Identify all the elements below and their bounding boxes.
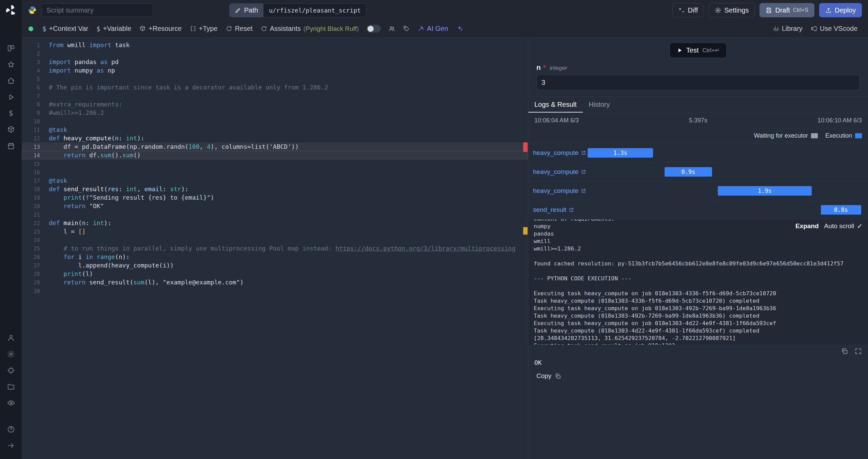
code-line[interactable]: 16: [22, 168, 528, 176]
collapse-arrow-icon[interactable]: [4, 439, 17, 452]
folders-icon[interactable]: [4, 380, 17, 393]
variables-icon[interactable]: $: [4, 107, 17, 120]
line-number: 23: [22, 227, 40, 236]
line-number: 26: [22, 253, 40, 261]
code-line[interactable]: 2: [22, 49, 528, 58]
task-link[interactable]: heavy_compute: [533, 149, 586, 157]
help-icon[interactable]: [4, 423, 17, 436]
assistant-toggle[interactable]: [367, 25, 381, 33]
copy-logs-button[interactable]: [841, 347, 848, 355]
assistants-button[interactable]: Assistants (Pyright Black Ruff): [257, 22, 362, 35]
windmill-logo-icon[interactable]: [5, 4, 17, 16]
audit-logs-eye-icon[interactable]: [4, 396, 17, 409]
code-line[interactable]: 14 return df.sum().sum(): [22, 151, 528, 159]
code-line[interactable]: 29 return send_result(sum(l), "example@e…: [22, 278, 528, 286]
draft-button[interactable]: Draft Ctrl+S: [760, 3, 814, 17]
tab-logs-result[interactable]: Logs & Result: [528, 97, 583, 113]
copy-result-button[interactable]: Copy: [532, 370, 565, 382]
arg-n-input[interactable]: [536, 75, 860, 90]
code-line[interactable]: 12def heavy_compute(n: int):: [22, 134, 528, 142]
code-line[interactable]: 6# The pin is important since task is a …: [22, 83, 528, 92]
user-icon[interactable]: [4, 331, 17, 344]
workers-icon[interactable]: [4, 364, 17, 377]
code-line[interactable]: 5: [22, 75, 528, 83]
code-line[interactable]: 3import pandas as pd: [22, 58, 528, 66]
play-icon: [677, 47, 683, 53]
diff-button[interactable]: Diff: [672, 3, 704, 17]
code-line[interactable]: 10: [22, 117, 528, 125]
star-icon[interactable]: [4, 58, 17, 71]
task-link[interactable]: send_result: [533, 206, 574, 214]
home-icon[interactable]: [4, 74, 17, 87]
settings-button[interactable]: Settings: [709, 3, 755, 17]
multiplayer-button[interactable]: [385, 23, 399, 35]
add-context-var-button[interactable]: $+Context Var: [39, 22, 92, 35]
timeline-row: heavy_compute1.3s: [528, 143, 868, 162]
code-line[interactable]: 13 df = pd.DataFrame(np.random.randn(100…: [22, 142, 528, 151]
code-line[interactable]: 8#extra_requirements:: [22, 100, 528, 108]
line-number: 30: [22, 286, 40, 295]
code-line[interactable]: 9#wmill>=1.286.2: [22, 108, 528, 117]
add-resource-button[interactable]: +Resource: [136, 22, 185, 35]
external-link-icon: [581, 169, 586, 175]
refresh-icon: [226, 25, 232, 32]
auto-scroll-checkbox[interactable]: Auto scroll ✓: [824, 222, 863, 230]
task-link[interactable]: heavy_compute: [533, 168, 586, 176]
schedules-icon[interactable]: [4, 139, 17, 152]
reset-button[interactable]: Reset: [222, 22, 256, 35]
test-button[interactable]: Test Ctrl+↵: [670, 43, 727, 58]
error-ruler-marker: [523, 142, 528, 152]
code-line[interactable]: 11@task: [22, 125, 528, 134]
code-line[interactable]: 4import numpy as np: [22, 66, 528, 75]
code-line[interactable]: 20 return "OK": [22, 202, 528, 210]
task-link[interactable]: heavy_compute: [533, 187, 586, 195]
code-line[interactable]: 19 print(f"Sending result {res} to {emai…: [22, 193, 528, 202]
add-type-button[interactable]: +Type: [186, 22, 221, 35]
code-line[interactable]: 26 for i in range(n):: [22, 253, 528, 261]
runs-icon[interactable]: [4, 91, 17, 103]
code-line[interactable]: 18def send_result(res: int, email: str):: [22, 185, 528, 193]
clipboard-icon: [555, 373, 561, 379]
code-line[interactable]: 25 # to run things in parallel, simply u…: [22, 244, 528, 253]
code-editor[interactable]: 1from wmill import task23import pandas a…: [22, 37, 528, 459]
code-line[interactable]: 15: [22, 159, 528, 168]
add-variable-button[interactable]: $+Variable: [93, 22, 135, 35]
check-icon: ✓: [857, 222, 863, 230]
code-line[interactable]: 23 l = []: [22, 227, 528, 236]
tag-button[interactable]: [399, 23, 413, 35]
code-line[interactable]: 21: [22, 210, 528, 219]
dollar-icon: $: [42, 25, 46, 33]
library-button[interactable]: Library: [769, 22, 806, 35]
ai-gen-button[interactable]: AI Gen: [414, 22, 452, 35]
code-line[interactable]: 30: [22, 286, 528, 295]
python-icon: [28, 6, 37, 15]
code-line[interactable]: 22def main(n: int):: [22, 219, 528, 227]
waiting-swatch: [811, 133, 818, 138]
code-line[interactable]: 17@task: [22, 176, 528, 185]
use-vscode-button[interactable]: Use VScode: [807, 22, 861, 35]
sparkles-button[interactable]: [453, 23, 467, 35]
deploy-button[interactable]: Deploy: [819, 3, 862, 17]
grid-icon[interactable]: [4, 42, 17, 55]
fullscreen-button[interactable]: [854, 347, 862, 355]
code-line[interactable]: 7: [22, 92, 528, 100]
settings-gear-icon[interactable]: [4, 347, 17, 360]
code-line[interactable]: 28 print(l): [22, 270, 528, 278]
path-button[interactable]: Path: [229, 3, 263, 17]
line-number: 27: [22, 261, 40, 270]
script-path: u/rfiszel/pleasant_script: [263, 3, 367, 17]
code-line[interactable]: 1from wmill import task: [22, 41, 528, 49]
result-value: OK: [528, 358, 868, 367]
code-line[interactable]: 24: [22, 236, 528, 244]
line-number: 22: [22, 219, 40, 227]
tab-history[interactable]: History: [583, 97, 616, 113]
code-line[interactable]: 27 l.append(heavy_compute(i)): [22, 261, 528, 270]
logs-expand-button[interactable]: Expand: [795, 222, 819, 230]
logs-viewer[interactable]: content of requirements: numpy pandas wm…: [528, 219, 868, 345]
line-number: 10: [22, 117, 40, 125]
script-summary-input[interactable]: [41, 3, 153, 17]
timeline-legend: Waiting for executor Execution: [528, 128, 868, 143]
legend-execution-label: Execution: [825, 132, 852, 139]
resources-icon[interactable]: [4, 123, 17, 136]
brackets-icon: [190, 25, 196, 32]
